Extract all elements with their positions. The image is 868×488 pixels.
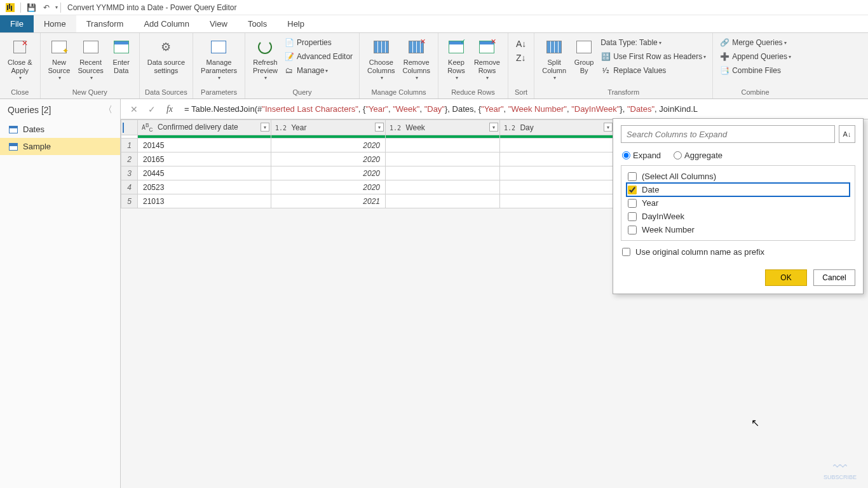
fx-icon[interactable]: fx xyxy=(161,102,178,117)
filter-button[interactable]: ▾ xyxy=(489,123,498,132)
cell[interactable]: 2021 xyxy=(271,194,386,208)
cell[interactable] xyxy=(386,194,500,208)
cell[interactable] xyxy=(386,180,500,194)
manage-parameters-icon xyxy=(208,37,229,57)
column-option-date[interactable]: Date xyxy=(627,183,850,196)
cell[interactable] xyxy=(386,152,500,166)
filter-button[interactable]: ▾ xyxy=(604,123,613,132)
tab-view[interactable]: View xyxy=(200,15,238,32)
group-combine: Combine xyxy=(717,87,794,98)
row-number: 1 xyxy=(121,139,138,152)
column-option-week-number[interactable]: Week Number xyxy=(627,223,850,236)
filter-button[interactable]: ▾ xyxy=(261,123,269,132)
cell[interactable]: 21013 xyxy=(138,194,271,208)
cell[interactable] xyxy=(386,166,500,180)
cell[interactable]: 2020 xyxy=(271,180,386,194)
data-type-button[interactable]: Data Type: Table▾ xyxy=(598,36,709,50)
tab-help[interactable]: Help xyxy=(277,15,315,32)
split-column-button[interactable]: Split Column▾ xyxy=(538,34,570,81)
cancel-button[interactable]: Cancel xyxy=(813,269,855,286)
column-header-day[interactable]: 1.2 Day▾ xyxy=(500,120,614,135)
save-icon[interactable]: 💾 xyxy=(26,3,36,13)
formula-cancel-button[interactable]: ✕ xyxy=(126,102,142,117)
type-icon: ABC xyxy=(142,124,153,131)
data-source-settings-button[interactable]: ⚙Data source settings xyxy=(144,34,189,75)
manage-parameters-button[interactable]: Manage Parameters▾ xyxy=(197,34,241,81)
choose-columns-icon xyxy=(371,37,391,57)
close-apply-button[interactable]: ✕ Close & Apply▾ xyxy=(4,34,36,81)
column-option-year[interactable]: Year xyxy=(627,196,850,210)
cell[interactable]: 20523 xyxy=(138,180,271,194)
cell[interactable] xyxy=(500,139,614,152)
formula-text[interactable]: = Table.NestedJoin(#"Inserted Last Chara… xyxy=(179,104,863,114)
select-all-corner[interactable] xyxy=(121,120,138,135)
table-icon xyxy=(9,143,18,151)
cell[interactable]: 2020 xyxy=(271,166,386,180)
table-icon xyxy=(123,123,124,133)
replace-values-button[interactable]: ¹⁄₂Replace Values xyxy=(598,64,709,78)
tab-tools[interactable]: Tools xyxy=(238,15,277,32)
combine-files-button[interactable]: 📑Combine Files xyxy=(717,64,794,78)
query-item-dates[interactable]: Dates xyxy=(0,121,120,138)
cell[interactable] xyxy=(386,139,500,152)
tab-home[interactable]: Home xyxy=(34,15,76,32)
cell[interactable] xyxy=(500,152,614,166)
query-item-sample[interactable]: Sample xyxy=(0,138,120,155)
keep-rows-icon: ✓ xyxy=(446,37,466,57)
replace-icon: ¹⁄₂ xyxy=(600,65,611,76)
recent-sources-button[interactable]: Recent Sources▾ xyxy=(74,34,107,81)
type-icon: 1.2 xyxy=(390,125,401,132)
type-icon: 1.2 xyxy=(504,125,515,132)
column-header-week[interactable]: 1.2 Week▾ xyxy=(386,120,500,135)
choose-columns-button[interactable]: Choose Columns▾ xyxy=(363,34,398,81)
first-row-headers-button[interactable]: 🔠Use First Row as Headers▾ xyxy=(598,50,709,64)
column-option-dayinweek[interactable]: DayInWeek xyxy=(627,210,850,223)
keep-rows-button[interactable]: ✓Keep Rows▾ xyxy=(442,34,470,81)
select-all-columns-item[interactable]: (Select All Columns) xyxy=(627,170,850,183)
filter-button[interactable]: ▾ xyxy=(375,123,384,132)
cell[interactable] xyxy=(500,180,614,194)
sort-desc-button[interactable]: Z↓ xyxy=(513,51,529,65)
advanced-editor-button[interactable]: 📝Advanced Editor xyxy=(281,50,355,64)
type-icon: 1.2 xyxy=(275,125,287,132)
manage-button[interactable]: 🗂Manage▾ xyxy=(281,64,355,78)
cell[interactable] xyxy=(500,166,614,180)
expand-radio[interactable]: Expand xyxy=(622,151,661,160)
sort-columns-button[interactable]: A↓ xyxy=(839,125,855,143)
append-queries-button[interactable]: ➕Append Queries▾ xyxy=(717,50,794,64)
remove-rows-button[interactable]: ✕Remove Rows▾ xyxy=(470,34,504,81)
aggregate-radio[interactable]: Aggregate xyxy=(674,151,722,160)
window-title: Convert YYMMD into a Date - Power Query … xyxy=(67,3,237,12)
cell[interactable] xyxy=(500,194,614,208)
use-prefix-checkbox[interactable]: Use original column name as prefix xyxy=(622,247,764,257)
sort-asc-button[interactable]: A↓ xyxy=(513,37,529,51)
ok-button[interactable]: OK xyxy=(765,269,807,286)
sort-icon: A↓ xyxy=(843,130,851,138)
collapse-pane-icon[interactable]: 〈 xyxy=(104,104,112,116)
search-columns-input[interactable] xyxy=(621,125,835,143)
column-header-year[interactable]: 1.2 Year▾ xyxy=(271,120,386,135)
merge-queries-button[interactable]: 🔗Merge Queries▾ xyxy=(717,36,794,50)
tab-add-column[interactable]: Add Column xyxy=(133,15,200,32)
cell[interactable]: 2020 xyxy=(271,152,386,166)
cell[interactable]: 2020 xyxy=(271,139,386,152)
formula-commit-button[interactable]: ✓ xyxy=(144,102,160,117)
column-list: (Select All Columns) DateYearDayInWeekWe… xyxy=(621,165,855,241)
remove-columns-button[interactable]: ✕Remove Columns▾ xyxy=(399,34,434,81)
tab-transform[interactable]: Transform xyxy=(76,15,134,32)
tab-file[interactable]: File xyxy=(0,15,34,32)
queries-header: Queries [2] xyxy=(8,105,51,115)
new-source-icon: ✦ xyxy=(49,37,69,57)
cell[interactable]: 20145 xyxy=(138,139,271,152)
cell[interactable]: 20165 xyxy=(138,152,271,166)
properties-button[interactable]: 📄Properties xyxy=(281,36,355,50)
new-source-button[interactable]: ✦New Source▾ xyxy=(44,34,74,81)
refresh-preview-button[interactable]: Refresh Preview▾ xyxy=(249,34,281,81)
undo-icon[interactable]: ↶ xyxy=(41,3,51,13)
merge-icon: 🔗 xyxy=(719,37,729,48)
enter-data-button[interactable]: Enter Data xyxy=(107,34,135,75)
group-transform: Transform xyxy=(538,87,709,98)
group-by-button[interactable]: Group By xyxy=(570,34,598,75)
cell[interactable]: 20445 xyxy=(138,166,271,180)
column-header-confirmed-delivery-date[interactable]: ABC Confirmed delivery date▾ xyxy=(138,120,271,135)
